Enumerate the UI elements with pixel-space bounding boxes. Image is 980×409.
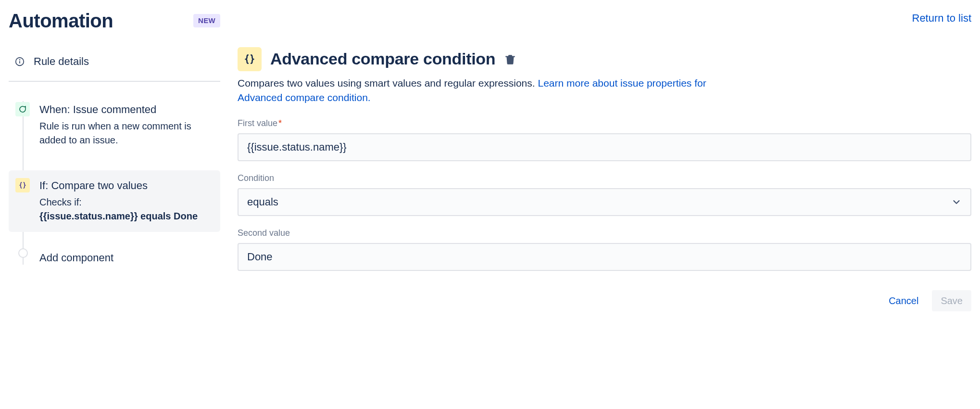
comment-icon <box>15 102 30 116</box>
condition-select[interactable]: equals <box>238 188 971 216</box>
step-check-prefix: Checks if: <box>39 197 82 207</box>
rule-step-condition[interactable]: If: Compare two values Checks if: {{issu… <box>9 170 220 232</box>
chevron-down-icon <box>951 197 962 207</box>
step-title-text: Compare two values <box>51 179 148 192</box>
step-prefix: When: <box>39 103 73 115</box>
second-value-input[interactable] <box>238 243 971 271</box>
svg-point-2 <box>20 60 20 60</box>
editor-heading: Advanced compare condition <box>270 47 495 71</box>
rule-sidebar: Rule details When: Issue commented Rule … <box>9 47 220 269</box>
editor-description-text: Compares two values using smart values a… <box>238 77 538 89</box>
cancel-button[interactable]: Cancel <box>880 290 927 311</box>
return-to-list-link[interactable]: Return to list <box>912 11 972 26</box>
step-check-expression: {{issue.status.name}} equals Done <box>39 211 198 221</box>
condition-selected-value: equals <box>247 194 278 210</box>
rule-details-label: Rule details <box>34 54 89 69</box>
step-title-text: Issue commented <box>73 103 157 115</box>
braces-icon <box>238 47 262 71</box>
first-value-label: First value* <box>238 117 971 129</box>
new-badge: NEW <box>193 14 220 27</box>
component-editor: Advanced compare condition Compares two … <box>238 47 971 311</box>
first-value-input[interactable] <box>238 133 971 161</box>
rule-details-button[interactable]: Rule details <box>9 47 220 82</box>
braces-icon <box>15 178 30 192</box>
page-title: Automation <box>9 7 113 35</box>
second-value-label: Second value <box>238 227 971 239</box>
delete-icon[interactable] <box>504 53 516 65</box>
save-button[interactable]: Save <box>932 290 971 311</box>
step-description: Rule is run when a new comment is added … <box>39 119 212 147</box>
step-prefix: If: <box>39 179 51 192</box>
empty-node-icon <box>18 248 28 258</box>
rule-step-trigger[interactable]: When: Issue commented Rule is run when a… <box>9 94 220 156</box>
editor-description: Compares two values using smart values a… <box>238 76 747 105</box>
info-icon <box>14 56 25 67</box>
add-component-label[interactable]: Add component <box>39 250 113 266</box>
condition-label: Condition <box>238 172 971 184</box>
add-component-button[interactable]: Add component <box>9 246 220 269</box>
